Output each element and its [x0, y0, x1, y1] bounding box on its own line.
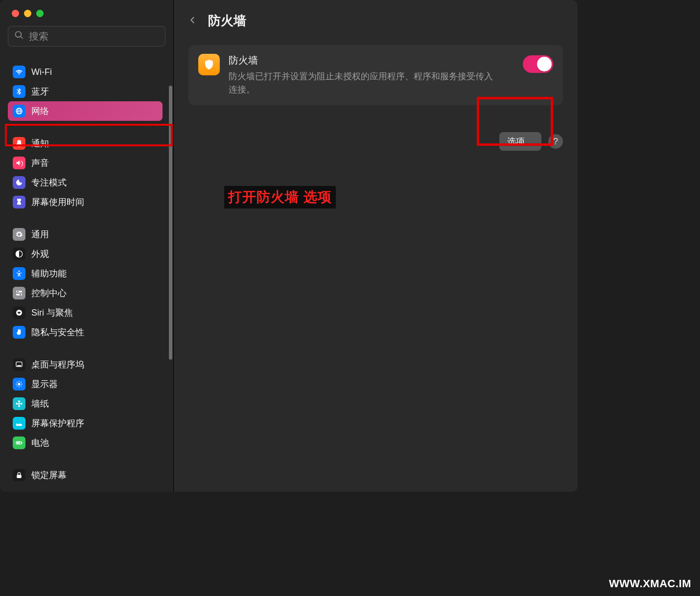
content-header: 防火墙	[188, 12, 563, 29]
watermark: WWW.XMAC.IM	[609, 577, 691, 590]
sidebar: Wi-Fi蓝牙网络通知声音专注模式屏幕使用时间通用外观辅助功能控制中心Siri …	[0, 0, 174, 492]
firewall-card-desc: 防火墙已打开并设置为阻止未授权的应用程序、程序和服务接受传入连接。	[229, 70, 500, 96]
sidebar-item-label: 外观	[31, 248, 49, 260]
sidebar-item-general[interactable]: 通用	[8, 225, 163, 244]
traffic-lights	[0, 0, 173, 26]
sidebar-scroll[interactable]: Wi-Fi蓝牙网络通知声音专注模式屏幕使用时间通用外观辅助功能控制中心Siri …	[0, 53, 173, 492]
sidebar-item-label: Wi-Fi	[31, 67, 52, 77]
settings-window: Wi-Fi蓝牙网络通知声音专注模式屏幕使用时间通用外观辅助功能控制中心Siri …	[0, 0, 578, 492]
svg-point-10	[18, 403, 20, 405]
sidebar-item-bluetooth[interactable]: 蓝牙	[8, 82, 163, 101]
svg-rect-17	[22, 442, 22, 444]
maximize-window-button[interactable]	[36, 10, 44, 17]
main-panel: 防火墙 防火墙 防火墙已打开并设置为阻止未授权的应用程序、程序和服务接受传入连接…	[174, 0, 578, 492]
svg-point-4	[17, 291, 19, 293]
search-field[interactable]	[8, 26, 165, 46]
sidebar-item-label: 显示器	[31, 378, 58, 390]
sidebar-item-appearance[interactable]: 外观	[8, 244, 163, 264]
svg-point-14	[21, 403, 23, 405]
sidebar-item-label: 蓝牙	[31, 86, 49, 97]
battery-icon	[13, 436, 25, 449]
sidebar-item-label: 辅助功能	[31, 268, 67, 279]
screentime-icon	[13, 196, 25, 208]
control-center-icon	[13, 287, 25, 299]
actions-row: 选项… ?	[188, 132, 563, 151]
wallpaper-icon	[13, 397, 25, 410]
wifi-icon	[13, 66, 25, 78]
firewall-card: 防火墙 防火墙已打开并设置为阻止未授权的应用程序、程序和服务接受传入连接。	[188, 45, 563, 105]
search-icon	[14, 30, 24, 42]
appearance-icon	[13, 248, 25, 260]
lock-screen-icon	[13, 469, 25, 481]
bluetooth-icon	[13, 85, 25, 98]
sidebar-item-label: Siri 与聚焦	[31, 307, 73, 319]
sidebar-item-control-center[interactable]: 控制中心	[8, 283, 163, 303]
close-window-button[interactable]	[12, 10, 19, 17]
sidebar-item-label: 控制中心	[31, 287, 67, 299]
sidebar-item-label: 锁定屏幕	[31, 469, 67, 481]
sidebar-item-label: 桌面与程序坞	[31, 359, 84, 370]
notifications-icon	[13, 137, 25, 150]
sidebar-item-notifications[interactable]: 通知	[8, 134, 163, 153]
svg-rect-16	[17, 442, 20, 444]
desktop-dock-icon	[13, 358, 25, 371]
svg-point-5	[20, 294, 21, 296]
focus-icon	[13, 176, 25, 189]
firewall-toggle[interactable]	[523, 55, 553, 73]
general-icon	[13, 228, 25, 241]
svg-point-12	[18, 405, 20, 407]
sidebar-item-displays[interactable]: 显示器	[8, 374, 163, 394]
toggle-knob	[537, 57, 552, 71]
svg-point-1	[19, 271, 20, 272]
options-button[interactable]: 选项…	[499, 132, 541, 151]
sidebar-item-desktop-dock[interactable]: 桌面与程序坞	[8, 355, 163, 374]
sidebar-item-label: 声音	[31, 157, 49, 169]
sidebar-item-wifi[interactable]: Wi-Fi	[8, 62, 163, 82]
privacy-icon	[13, 326, 25, 339]
sidebar-item-label: 屏幕保护程序	[31, 417, 84, 429]
svg-rect-8	[17, 365, 21, 366]
sidebar-item-label: 专注模式	[31, 177, 67, 188]
sidebar-item-accessibility[interactable]: 辅助功能	[8, 264, 163, 283]
page-title: 防火墙	[208, 12, 246, 29]
sidebar-item-label: 通用	[31, 229, 49, 240]
sidebar-item-network[interactable]: 网络	[8, 101, 163, 121]
svg-point-11	[18, 400, 20, 402]
svg-rect-2	[16, 291, 22, 292]
scrollbar-thumb[interactable]	[169, 86, 172, 360]
sidebar-item-wallpaper[interactable]: 墙纸	[8, 394, 163, 413]
sidebar-item-label: 屏幕使用时间	[31, 196, 84, 208]
siri-icon	[13, 306, 25, 319]
sidebar-item-label: 网络	[31, 105, 49, 117]
svg-point-9	[18, 383, 20, 385]
svg-rect-18	[17, 475, 21, 478]
sidebar-item-screensaver[interactable]: 屏幕保护程序	[8, 413, 163, 433]
annotation-text: 打开防火墙 选项	[224, 186, 336, 208]
sidebar-item-screentime[interactable]: 屏幕使用时间	[8, 192, 163, 212]
svg-rect-3	[16, 294, 22, 295]
minimize-window-button[interactable]	[24, 10, 31, 17]
screensaver-icon	[13, 417, 25, 430]
sidebar-item-siri[interactable]: Siri 与聚焦	[8, 303, 163, 322]
sidebar-item-battery[interactable]: 电池	[8, 433, 163, 453]
sound-icon	[13, 157, 25, 169]
displays-icon	[13, 378, 25, 390]
network-icon	[13, 105, 25, 117]
sidebar-item-focus[interactable]: 专注模式	[8, 173, 163, 192]
sidebar-item-label: 电池	[31, 437, 49, 449]
firewall-icon	[198, 54, 220, 75]
help-button[interactable]: ?	[548, 134, 563, 149]
back-button[interactable]	[188, 16, 197, 26]
svg-point-13	[16, 403, 18, 405]
sidebar-item-privacy[interactable]: 隐私与安全性	[8, 322, 163, 342]
sidebar-item-label: 墙纸	[31, 398, 49, 410]
sidebar-item-lock-screen[interactable]: 锁定屏幕	[8, 465, 163, 485]
sidebar-item-sound[interactable]: 声音	[8, 153, 163, 173]
accessibility-icon	[13, 267, 25, 280]
firewall-card-title: 防火墙	[229, 54, 514, 67]
sidebar-item-label: 隐私与安全性	[31, 326, 84, 338]
search-input[interactable]	[29, 31, 159, 42]
sidebar-item-label: 通知	[31, 138, 49, 149]
